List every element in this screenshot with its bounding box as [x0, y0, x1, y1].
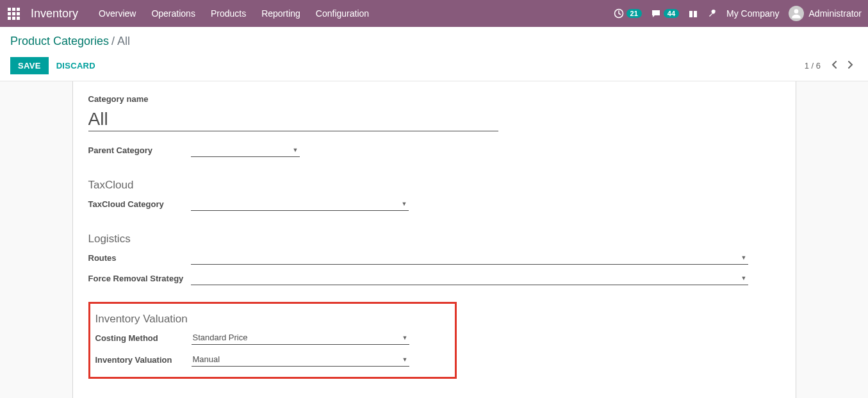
breadcrumb: Product Categories/All [10, 35, 858, 48]
inventory-valuation-heading: Inventory Valuation [95, 313, 450, 326]
taxcloud-category-select[interactable]: ▼ [191, 197, 409, 211]
chevron-down-icon: ▼ [741, 254, 747, 261]
navbar: Inventory Overview Operations Products R… [0, 0, 868, 27]
breadcrumb-parent[interactable]: Product Categories [10, 35, 109, 47]
user-menu[interactable]: Administrator [789, 6, 862, 21]
taxcloud-heading: TaxCloud [88, 179, 780, 192]
discard-button[interactable]: DISCARD [49, 57, 103, 74]
activity-badge: 21 [626, 9, 642, 18]
category-name-label: Category name [88, 94, 780, 104]
app-title[interactable]: Inventory [27, 7, 91, 21]
parent-category-label: Parent Category [88, 145, 191, 155]
chevron-down-icon: ▼ [402, 201, 407, 207]
company-switcher[interactable]: My Company [726, 8, 779, 19]
inventory-valuation-value: Manual [193, 354, 220, 364]
costing-method-label: Costing Method [95, 333, 192, 343]
force-removal-select[interactable]: ▼ [191, 271, 748, 285]
inventory-valuation-highlight: Inventory Valuation Costing Method Stand… [88, 302, 457, 379]
pager: 1 / 6 [805, 58, 858, 73]
gift-icon[interactable] [688, 8, 698, 19]
chevron-down-icon: ▼ [402, 356, 408, 363]
category-name-input[interactable] [88, 108, 498, 131]
pager-next[interactable] [842, 58, 858, 73]
chevron-down-icon: ▼ [402, 335, 408, 341]
breadcrumb-sep: / [109, 35, 117, 47]
main-area: Category name Parent Category ▼ TaxCloud… [0, 81, 868, 398]
nav-products[interactable]: Products [203, 0, 254, 27]
systray: 21 44 My Company Administrator [614, 6, 868, 21]
nav-configuration[interactable]: Configuration [308, 0, 377, 27]
costing-method-select[interactable]: Standard Price ▼ [192, 331, 409, 345]
parent-category-select[interactable]: ▼ [191, 143, 300, 157]
avatar-icon [789, 6, 804, 21]
inventory-valuation-label: Inventory Valuation [95, 355, 192, 365]
nav-overview[interactable]: Overview [91, 0, 143, 27]
chevron-down-icon: ▼ [293, 147, 299, 153]
force-removal-label: Force Removal Strategy [88, 274, 191, 283]
nav-menu: Overview Operations Products Reporting C… [91, 0, 377, 27]
pager-prev[interactable] [827, 58, 842, 73]
svg-rect-3 [692, 11, 694, 17]
discuss-badge: 44 [664, 9, 679, 18]
apps-launcher-icon[interactable] [0, 8, 27, 20]
nav-reporting[interactable]: Reporting [254, 0, 308, 27]
breadcrumb-current: All [117, 35, 130, 47]
save-button[interactable]: SAVE [10, 57, 49, 74]
routes-label: Routes [88, 253, 191, 263]
discuss-icon[interactable]: 44 [651, 8, 679, 19]
inventory-valuation-select[interactable]: Manual ▼ [192, 352, 409, 367]
svg-point-4 [794, 9, 798, 13]
pager-value[interactable]: 1 / 6 [805, 61, 821, 70]
user-name: Administrator [809, 8, 862, 19]
form-sheet: Category name Parent Category ▼ TaxCloud… [72, 81, 796, 398]
tools-icon[interactable] [707, 8, 717, 19]
routes-select[interactable]: ▼ [191, 251, 748, 265]
activity-icon[interactable]: 21 [614, 8, 642, 19]
nav-operations[interactable]: Operations [143, 0, 202, 27]
costing-method-value: Standard Price [193, 333, 248, 342]
control-panel: Product Categories/All SAVE DISCARD 1 / … [0, 27, 868, 81]
logistics-heading: Logistics [88, 233, 780, 245]
chevron-down-icon: ▼ [741, 275, 747, 281]
taxcloud-category-label: TaxCloud Category [88, 199, 191, 209]
